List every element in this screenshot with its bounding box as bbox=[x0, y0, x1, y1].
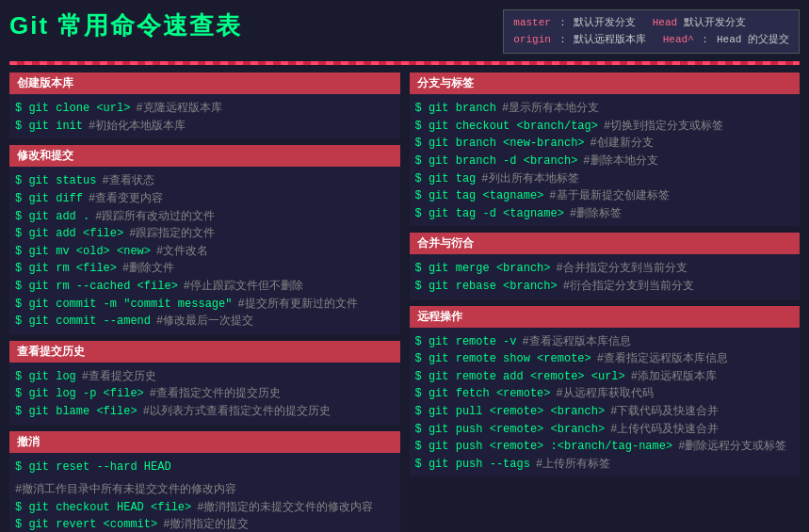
command-text: $ git merge <branch> bbox=[415, 260, 551, 278]
section-body: $ git reset --hard HEAD#撤消工作目录中所有未提交文件的修… bbox=[9, 457, 400, 533]
section-title: 查看提交历史 bbox=[9, 341, 400, 363]
section-撤消: 撤消$ git reset --hard HEAD#撤消工作目录中所有未提交文件… bbox=[9, 431, 400, 533]
section-title: 修改和提交 bbox=[9, 145, 400, 167]
header: Git 常用命令速查表 master ： 默认开发分支 Head 默认开发分支 … bbox=[9, 9, 800, 54]
comment-text: #撤消指定的未提交文件的修改内容 bbox=[197, 499, 373, 517]
command-text: $ git branch -d <branch> bbox=[415, 153, 578, 170]
comment-text: #切换到指定分支或标签 bbox=[604, 118, 723, 136]
main-title: Git 常用命令速查表 bbox=[9, 9, 242, 42]
origin-val: 默认远程版本库 bbox=[574, 34, 656, 45]
comment-text: #衍合指定分支到当前分支 bbox=[563, 278, 694, 296]
command-text: $ git checkout HEAD <file> bbox=[15, 499, 191, 517]
head-val: 默认开发分支 bbox=[684, 17, 746, 28]
command-text: $ git remote add <remote> <url> bbox=[415, 368, 625, 386]
comment-text: #停止跟踪文件但不删除 bbox=[184, 278, 303, 296]
section-title: 分支与标签 bbox=[410, 73, 801, 94]
command-text: $ git push <remote> <branch> bbox=[415, 421, 606, 439]
cmd-line: $ git tag -d <tagname>#删除标签 bbox=[415, 205, 795, 223]
comment-text: #上传代码及快速合并 bbox=[610, 421, 719, 439]
comment-text: #文件改名 bbox=[156, 243, 208, 261]
section-查看提交历史: 查看提交历史$ git log#查看提交历史$ git log -p <file… bbox=[9, 341, 400, 425]
comment-text: #克隆远程版本库 bbox=[136, 100, 221, 118]
cmd-line: $ git log#查看提交历史 bbox=[15, 368, 395, 386]
comment-text: #删除文件 bbox=[122, 260, 174, 278]
comment-text: #添加远程版本库 bbox=[631, 368, 717, 386]
cmd-line: $ git checkout HEAD <file>#撤消指定的未提交文件的修改… bbox=[15, 499, 395, 517]
cmd-line: $ git blame <file>#以列表方式查看指定文件的提交历史 bbox=[15, 403, 395, 421]
section-body: $ git merge <branch>#合并指定分支到当前分支$ git re… bbox=[410, 258, 801, 298]
cmd-line: $ git rebase <branch>#衍合指定分支到当前分支 bbox=[415, 278, 795, 296]
info-box: master ： 默认开发分支 Head 默认开发分支 origin ： 默认远… bbox=[503, 9, 800, 54]
command-text: $ git status bbox=[15, 172, 96, 190]
section-body: $ git log#查看提交历史$ git log -p <file>#查看指定… bbox=[9, 366, 400, 425]
comment-text: #以列表方式查看指定文件的提交历史 bbox=[143, 403, 331, 421]
cmd-line: $ git commit --amend#修改最后一次提交 bbox=[15, 313, 395, 330]
command-text: $ git push <remote> :<branch/tag-name> bbox=[415, 438, 673, 456]
comment-text: #查看提交历史 bbox=[82, 368, 156, 386]
comment-text: #撤消工作目录中所有未提交文件的修改内容 bbox=[15, 481, 236, 499]
comment-text: #列出所有本地标签 bbox=[481, 170, 578, 188]
command-text: $ git revert <commit> bbox=[15, 516, 157, 532]
comment-text: #上传所有标签 bbox=[536, 456, 610, 474]
cmd-line: $ git tag <tagname>#基于最新提交创建标签 bbox=[415, 187, 795, 205]
cmd-line: $ git checkout <branch/tag>#切换到指定分支或标签 bbox=[415, 118, 795, 136]
cmd-line: $ git add <file>#跟踪指定的文件 bbox=[15, 225, 395, 243]
command-text: $ git diff bbox=[15, 190, 83, 208]
comment-text: #提交所有更新过的文件 bbox=[237, 296, 357, 314]
comment-text: #跟踪指定的文件 bbox=[129, 225, 215, 243]
section-body: $ git branch#显示所有本地分支$ git checkout <bra… bbox=[410, 98, 801, 226]
right-column: 分支与标签$ git branch#显示所有本地分支$ git checkout… bbox=[410, 73, 801, 532]
section-title: 远程操作 bbox=[410, 306, 801, 328]
comment-text: #创建新分支 bbox=[591, 135, 654, 153]
cmd-line: $ git add .#跟踪所有改动过的文件 bbox=[15, 208, 395, 226]
command-text: $ git tag <tagname> bbox=[415, 187, 544, 205]
comment-text: #从远程库获取代码 bbox=[557, 385, 654, 403]
command-text: $ git remote show <remote> bbox=[415, 350, 591, 368]
command-text: $ git blame <file> bbox=[15, 403, 138, 421]
comment-text: #显示所有本地分支 bbox=[502, 100, 599, 118]
command-text: $ git commit --amend bbox=[15, 313, 151, 330]
headcaret-val: Head 的父提交 bbox=[717, 34, 789, 45]
top-divider bbox=[9, 61, 800, 65]
command-text: $ git push --tags bbox=[415, 456, 530, 474]
cmd-line: $ git push <remote> :<branch/tag-name>#删… bbox=[415, 438, 795, 456]
command-text: $ git rebase <branch> bbox=[415, 278, 558, 296]
cmd-line: $ git push <remote> <branch>#上传代码及快速合并 bbox=[415, 421, 795, 439]
section-远程操作: 远程操作$ git remote -v#查看远程版本库信息$ git remot… bbox=[410, 306, 801, 477]
command-text: $ git reset --hard HEAD bbox=[15, 459, 171, 476]
command-text: $ git rm --cached <file> bbox=[15, 278, 178, 296]
section-body: $ git status#查看状态$ git diff#查看变更内容$ git … bbox=[9, 170, 400, 333]
cmd-line: $ git log -p <file>#查看指定文件的提交历史 bbox=[15, 385, 395, 403]
command-text: $ git checkout <branch/tag> bbox=[415, 118, 598, 136]
command-text: $ git log -p <file> bbox=[15, 385, 144, 403]
cmd-line: $ git diff#查看变更内容 bbox=[15, 190, 395, 208]
headcaret-label: Head^ bbox=[663, 34, 694, 45]
command-text: $ git add . bbox=[15, 208, 89, 226]
command-text: $ git init bbox=[15, 118, 83, 136]
cmd-line: $ git revert <commit>#撤消指定的提交 bbox=[15, 516, 395, 532]
cmd-line: $ git branch#显示所有本地分支 bbox=[415, 100, 795, 118]
left-column: 创建版本库$ git clone <url>#克隆远程版本库$ git init… bbox=[9, 73, 400, 532]
command-text: $ git branch <new-branch> bbox=[415, 135, 585, 153]
comment-text: #跟踪所有改动过的文件 bbox=[95, 208, 215, 226]
comment-text: #查看变更内容 bbox=[89, 190, 163, 208]
comment-text: #合并指定分支到当前分支 bbox=[557, 260, 688, 278]
cmd-line: $ git fetch <remote>#从远程库获取代码 bbox=[415, 385, 795, 403]
cmd-line: $ git remote show <remote>#查看指定远程版本库信息 bbox=[415, 350, 795, 368]
cmd-line: $ git reset --hard HEAD#撤消工作目录中所有未提交文件的修… bbox=[15, 459, 395, 499]
master-label: master bbox=[513, 17, 551, 28]
origin-sep: ： bbox=[558, 34, 568, 45]
comment-text: #删除本地分支 bbox=[583, 153, 657, 170]
cmd-line: $ git branch <new-branch>#创建新分支 bbox=[415, 135, 795, 153]
command-text: $ git add <file> bbox=[15, 225, 123, 243]
cmd-line: $ git branch -d <branch>#删除本地分支 bbox=[415, 153, 795, 170]
cmd-line: $ git pull <remote> <branch>#下载代码及快速合并 bbox=[415, 403, 795, 421]
section-body: $ git remote -v#查看远程版本库信息$ git remote sh… bbox=[410, 331, 801, 477]
command-text: $ git tag -d <tagname> bbox=[415, 205, 564, 223]
comment-text: #初始化本地版本库 bbox=[89, 118, 186, 136]
command-text: $ git rm <file> bbox=[15, 260, 117, 278]
command-text: $ git branch bbox=[415, 100, 496, 118]
master-sep: ： bbox=[558, 17, 568, 28]
section-body: $ git clone <url>#克隆远程版本库$ git init#初始化本… bbox=[9, 98, 400, 138]
comment-text: #查看指定远程版本库信息 bbox=[597, 350, 728, 368]
